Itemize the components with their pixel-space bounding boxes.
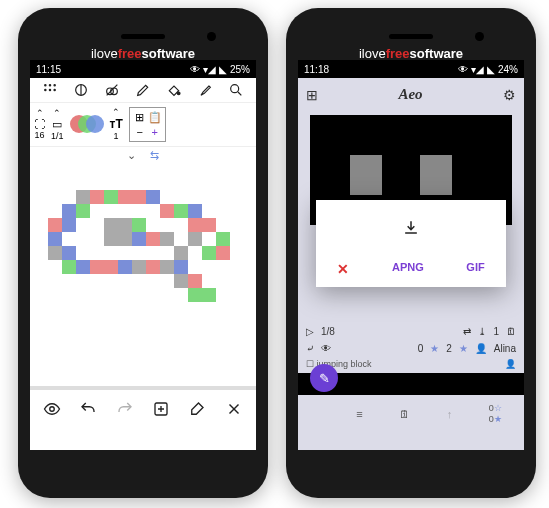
svg-point-4 — [49, 89, 50, 90]
battery-pct: 24% — [498, 64, 518, 75]
screen-left: 11:15 👁 ▾◢ ◣ 25% ⌃ ⛶ 16 — [30, 60, 256, 450]
pencil-icon[interactable] — [135, 82, 151, 98]
android-nav-bar — [30, 428, 256, 450]
status-bar: 11:18 👁 ▾◢ ◣ 24% — [298, 60, 524, 78]
text-size-value: 1 — [114, 131, 119, 141]
user-name: Alina — [494, 343, 516, 354]
star-icon[interactable]: ★ — [494, 414, 502, 424]
visibility-icon[interactable] — [43, 400, 61, 418]
save-icon[interactable] — [152, 400, 170, 418]
star-outline-icon[interactable]: ☆ — [494, 403, 502, 413]
calendar-icon[interactable]: 🗓 — [506, 326, 516, 337]
export-gif-button[interactable]: GIF — [466, 261, 484, 277]
svg-point-0 — [44, 85, 45, 86]
text-size-stepper[interactable]: ⌃ тT 1 — [110, 108, 123, 141]
battery-icon: ◣ — [219, 64, 227, 75]
calendar-icon[interactable]: 🗓 — [399, 408, 410, 420]
wifi-icon: ▾◢ — [203, 64, 216, 75]
svg-point-8 — [111, 88, 118, 95]
android-nav-bar — [298, 428, 524, 450]
toolbar-row-3: ⌄ ⇆ — [30, 147, 256, 166]
zoom-icon[interactable] — [228, 82, 244, 98]
eyedropper-icon[interactable] — [197, 82, 213, 98]
export-apng-button[interactable]: APNG — [392, 261, 424, 277]
eye-icon: 👁 — [190, 64, 200, 75]
blue-circle-icon — [86, 115, 104, 133]
menu-icon[interactable] — [42, 82, 58, 98]
repeat-icon[interactable]: ⇄ — [463, 326, 471, 337]
battery-pct: 25% — [230, 64, 250, 75]
chevron-up-icon[interactable]: ⌃ — [53, 109, 61, 118]
undo-icon[interactable] — [79, 400, 97, 418]
chevron-up-icon[interactable]: ⌃ — [36, 109, 44, 118]
export-dialog: ✕ APNG GIF — [316, 200, 506, 287]
svg-point-10 — [177, 92, 180, 95]
svg-line-12 — [238, 92, 241, 95]
star-count-0: 0 — [418, 343, 424, 354]
controls-panel: ▷ 1/8 ⇄ ⤓ 1 🗓 ⤶ 👁 0★ 2★ 👤 — [298, 323, 524, 450]
status-icons: 👁 ▾◢ ◣ 25% — [190, 64, 250, 75]
settings-icon[interactable]: ⚙ — [503, 87, 516, 103]
status-time: 11:18 — [304, 64, 329, 75]
phone-camera — [207, 32, 216, 41]
phone-speaker — [121, 34, 165, 39]
svg-point-13 — [50, 407, 55, 412]
frame-size-value: 16 — [34, 130, 44, 140]
plus-icon[interactable]: + — [148, 125, 162, 139]
dialog-close-button[interactable]: ✕ — [337, 261, 349, 277]
phone-camera — [475, 32, 484, 41]
grid-icon[interactable]: ⊞ — [133, 110, 147, 124]
layers-icon[interactable]: ≡ — [356, 408, 362, 420]
contrast-icon[interactable] — [73, 82, 89, 98]
app-bar: ⊞ Aeo ⚙ — [298, 78, 524, 111]
phone-speaker — [389, 34, 433, 39]
svg-point-5 — [54, 89, 55, 90]
frame-size-stepper[interactable]: ⌃ ⛶ 16 — [34, 109, 45, 140]
battery-icon: ◣ — [487, 64, 495, 75]
footer-toolbar: ≡ 🗓 ↑ 0☆ 0★ — [298, 397, 524, 428]
brand-logo: ilovefreesoftware — [359, 46, 463, 61]
phone-frame-left: ilovefreesoftware 11:15 👁 ▾◢ ◣ 25% ⌃ — [18, 8, 268, 498]
toolbar-row-2: ⌃ ⛶ 16 ⌃ ▭ 1/1 ⌃ тT 1 ⊞ 📋 − — [30, 103, 256, 147]
phone-frame-right: ilovefreesoftware 11:18 👁 ▾◢ ◣ 24% ⊞ Aeo… — [286, 8, 536, 498]
star-count-2: 2 — [446, 343, 452, 354]
redo-icon[interactable] — [116, 400, 134, 418]
download-icon — [316, 218, 506, 261]
play-icon[interactable]: ▷ — [306, 326, 314, 337]
share-icon[interactable]: ⤶ — [306, 343, 314, 354]
svg-point-11 — [231, 85, 239, 93]
preview-block-right — [420, 155, 452, 195]
star-icon[interactable]: ★ — [430, 343, 439, 354]
ratio-stepper[interactable]: ⌃ ▭ 1/1 — [51, 109, 64, 141]
swap-icon[interactable]: ⇆ — [150, 149, 159, 162]
repeat-count: 1 — [493, 326, 499, 337]
clipboard-grid[interactable]: ⊞ 📋 − + — [129, 107, 166, 142]
wifi-icon: ▾◢ — [471, 64, 484, 75]
status-icons: 👁 ▾◢ ◣ 24% — [458, 64, 518, 75]
download-icon[interactable]: ⤓ — [478, 326, 486, 337]
ratio-value: 1/1 — [51, 131, 64, 141]
edit-fab[interactable]: ✎ — [310, 364, 338, 392]
minus-icon[interactable]: − — [133, 125, 147, 139]
avatar-icon[interactable]: 👤 — [475, 343, 487, 354]
avatar-icon[interactable]: 👤 — [505, 359, 516, 369]
screen-right: 11:18 👁 ▾◢ ◣ 24% ⊞ Aeo ⚙ ✕ APNG — [298, 60, 524, 450]
star-icon[interactable]: ★ — [459, 343, 468, 354]
close-icon[interactable] — [225, 400, 243, 418]
chevron-up-icon[interactable]: ⌃ — [112, 108, 120, 117]
colorblind-icon[interactable] — [104, 82, 120, 98]
visibility-icon[interactable]: 👁 — [321, 343, 331, 354]
svg-point-2 — [54, 85, 55, 86]
color-palette-rgb[interactable] — [70, 115, 104, 135]
grid-icon[interactable]: ⊞ — [306, 87, 318, 103]
fill-icon[interactable] — [166, 82, 182, 98]
clipboard-icon[interactable]: 📋 — [148, 110, 162, 124]
status-bar: 11:15 👁 ▾◢ ◣ 25% — [30, 60, 256, 78]
eye-icon: 👁 — [458, 64, 468, 75]
bottom-toolbar — [30, 390, 256, 428]
brush-icon[interactable] — [188, 400, 206, 418]
upload-icon[interactable]: ↑ — [447, 408, 453, 420]
pixel-canvas[interactable] — [30, 166, 256, 386]
svg-point-3 — [44, 89, 45, 90]
chevron-down-icon[interactable]: ⌄ — [127, 149, 136, 162]
